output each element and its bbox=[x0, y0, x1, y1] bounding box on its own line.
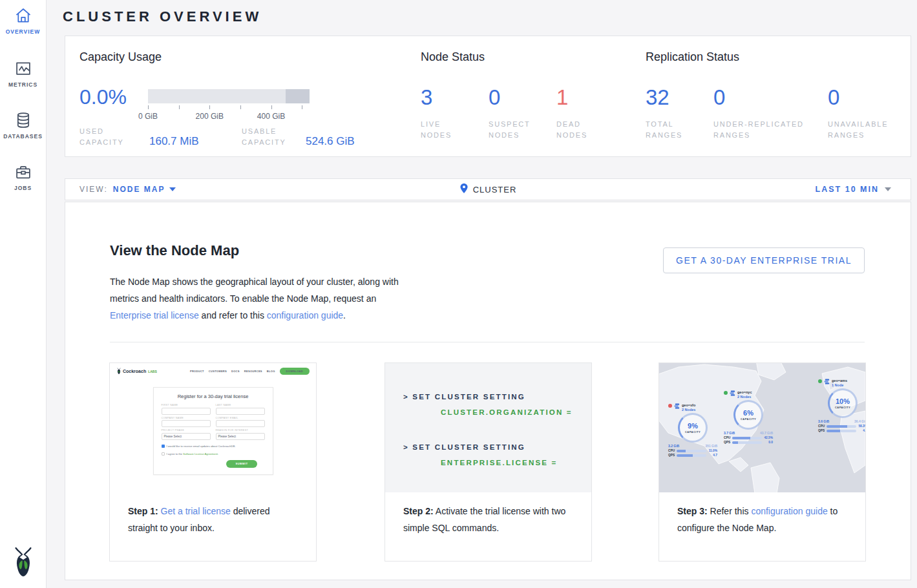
cpu-value: 42.5% bbox=[764, 436, 773, 439]
locality-node-count: 1 Node bbox=[832, 383, 847, 387]
locality-name: geo=ams bbox=[832, 379, 847, 383]
axis-tick-label: 400 GiB bbox=[257, 112, 285, 121]
enterprise-trial-license-link[interactable]: Enterprise trial license bbox=[110, 310, 199, 320]
locality-ams: geo=ams 1 Node 10% CAPACITY 3.6 GiB36.4 … bbox=[818, 379, 865, 432]
capacity-percent: 9% bbox=[688, 422, 698, 430]
metrics-icon bbox=[14, 59, 32, 78]
cluster-overview-screen: OVERVIEW METRICS DATABASES JOBS bbox=[0, 0, 917, 588]
field-label: LAST NAME bbox=[216, 404, 265, 406]
sql-prompt-line: > SET CLUSTER SETTING bbox=[385, 389, 591, 404]
total-ranges-value: 32 bbox=[646, 85, 694, 110]
capacity-usage-title: Capacity Usage bbox=[79, 50, 162, 64]
locality-name: geo=nyc bbox=[737, 390, 752, 394]
axis-tick-label: 200 GiB bbox=[196, 112, 224, 121]
step3-card: geo=sfo 2 Nodes 9% CAPACITY 3.2 GiB351 G… bbox=[659, 362, 866, 562]
nav-item: CUSTOMERS bbox=[209, 370, 227, 373]
text-field bbox=[216, 408, 265, 415]
sql-setting-line: ENTERPRISE.LICENSE = bbox=[385, 455, 591, 470]
trial-registration-form: Register for a 30-day trial license FIRS… bbox=[153, 387, 273, 475]
form-title: Register for a 30-day trial license bbox=[162, 394, 265, 399]
checkbox-label: I would like to receive email updates ab… bbox=[167, 445, 236, 448]
brand-suffix: LABS bbox=[148, 370, 157, 373]
text-field bbox=[162, 408, 211, 415]
locality-node-count: 2 Nodes bbox=[682, 408, 695, 412]
sidebar-item-overview[interactable]: OVERVIEW bbox=[0, 6, 46, 35]
time-range-dropdown[interactable]: LAST 10 MIN bbox=[816, 179, 891, 200]
step-number: Step 3: bbox=[677, 506, 708, 516]
dead-nodes-value: 1 bbox=[556, 85, 605, 110]
home-icon bbox=[14, 6, 32, 25]
caption-text: Refer this bbox=[708, 506, 752, 516]
sidebar-item-label: OVERVIEW bbox=[0, 28, 46, 35]
step2-caption: Step 2: Activate the trial license with … bbox=[385, 492, 591, 561]
cpu-label: CPU bbox=[724, 436, 730, 439]
unavailable-ranges-metric: 0 UNAVAILABLE RANGES bbox=[828, 85, 909, 141]
capacity-total: 43.7 GiB bbox=[760, 431, 773, 435]
qps-label: QPS bbox=[724, 441, 730, 444]
download-button: DOWNLOAD bbox=[280, 368, 310, 375]
capacity-label: CAPACITY bbox=[685, 430, 701, 434]
checkbox-empty-icon bbox=[162, 452, 165, 456]
capacity-label: CAPACITY bbox=[741, 417, 756, 421]
get-trial-license-link[interactable]: Get a trial license bbox=[161, 506, 231, 516]
text-field bbox=[162, 420, 211, 427]
status-dot-green bbox=[724, 391, 728, 395]
capacity-total: 351 GiB bbox=[705, 444, 717, 448]
nodes-stack-icon bbox=[730, 390, 735, 396]
content-area: CLUSTER OVERVIEW Capacity Usage 0.0% 0 G… bbox=[47, 0, 917, 588]
cluster-scope-label: CLUSTER bbox=[473, 185, 517, 194]
unavailable-ranges-label: UNAVAILABLE RANGES bbox=[828, 119, 909, 141]
cockroach-labs-logo: Cockroach LABS bbox=[116, 368, 157, 375]
submit-button: SUBMIT bbox=[226, 460, 257, 468]
capacity-total: 36.4 GiB bbox=[854, 419, 865, 423]
cluster-breadcrumb: CLUSTER bbox=[65, 179, 911, 200]
sql-prompt-line: > SET CLUSTER SETTING bbox=[385, 439, 591, 455]
usable-capacity-value: 524.6 GiB bbox=[306, 135, 355, 148]
capacity-label: CAPACITY bbox=[835, 406, 850, 409]
capacity-axis-ticks bbox=[148, 105, 310, 110]
description-text: and refer to this bbox=[199, 310, 267, 320]
cpu-label: CPU bbox=[668, 449, 675, 452]
capacity-ring: 6% CAPACITY bbox=[733, 400, 763, 430]
step2-card: > SET CLUSTER SETTING CLUSTER.ORGANIZATI… bbox=[385, 362, 592, 562]
enterprise-trial-button[interactable]: GET A 30-DAY ENTERPRISE TRIAL bbox=[663, 247, 865, 273]
capacity-used: 3.6 GiB bbox=[818, 419, 829, 423]
description-text: . bbox=[343, 310, 346, 320]
field-label: REASON FOR INTEREST bbox=[216, 429, 265, 432]
briefcase-icon bbox=[14, 163, 32, 181]
configuration-guide-link[interactable]: configuration guide bbox=[267, 310, 343, 320]
capacity-used: 3.2 GiB bbox=[668, 444, 679, 448]
checkbox-label: I agree to the bbox=[167, 452, 184, 456]
live-nodes-label: LIVE NODES bbox=[421, 119, 469, 141]
suspect-nodes-label: SUSPECT NODES bbox=[489, 119, 543, 141]
qps-label: QPS bbox=[818, 429, 825, 432]
capacity-percent: 6% bbox=[743, 409, 754, 417]
total-ranges-label: TOTAL RANGES bbox=[646, 119, 694, 141]
configuration-guide-link[interactable]: configuration guide bbox=[751, 506, 827, 516]
node-status-title: Node Status bbox=[421, 50, 485, 64]
select-field: Please Select bbox=[216, 433, 265, 440]
text-field bbox=[216, 420, 265, 427]
sql-setting-line: CLUSTER.ORGANIZATION = bbox=[385, 404, 591, 420]
database-icon bbox=[14, 111, 32, 129]
step-number: Step 1: bbox=[128, 506, 158, 516]
capacity-ring: 9% CAPACITY bbox=[678, 413, 708, 443]
node-map-heading: View the Node Map bbox=[110, 242, 239, 259]
capacity-bar: 0 GiB 200 GiB 400 GiB bbox=[148, 89, 310, 122]
capacity-used: 3.7 GiB bbox=[724, 431, 735, 435]
nav-item: PRODUCT bbox=[190, 370, 204, 373]
suspect-nodes-value: 0 bbox=[489, 85, 543, 110]
sidebar-item-metrics[interactable]: METRICS bbox=[0, 59, 46, 88]
locality-sfo: geo=sfo 2 Nodes 9% CAPACITY 3.2 GiB351 G… bbox=[668, 403, 717, 457]
sidebar-item-jobs[interactable]: JOBS bbox=[0, 163, 46, 191]
cluster-summary-panel: Capacity Usage 0.0% 0 GiB 200 GiB 400 Gi… bbox=[65, 36, 911, 157]
step1-caption: Step 1: Get a trial license delivered st… bbox=[110, 492, 316, 561]
sql-commands-illustration: > SET CLUSTER SETTING CLUSTER.ORGANIZATI… bbox=[385, 363, 591, 494]
sidebar-item-label: DATABASES bbox=[0, 133, 46, 140]
capacity-used-percent: 0.0% bbox=[79, 85, 127, 109]
sidebar-item-databases[interactable]: DATABASES bbox=[0, 111, 46, 140]
dead-nodes-label: DEAD NODES bbox=[556, 119, 605, 141]
live-nodes-metric: 3 LIVE NODES bbox=[421, 85, 469, 141]
locality-name: geo=sfo bbox=[682, 403, 695, 407]
nav-item: DOCS bbox=[231, 370, 240, 373]
